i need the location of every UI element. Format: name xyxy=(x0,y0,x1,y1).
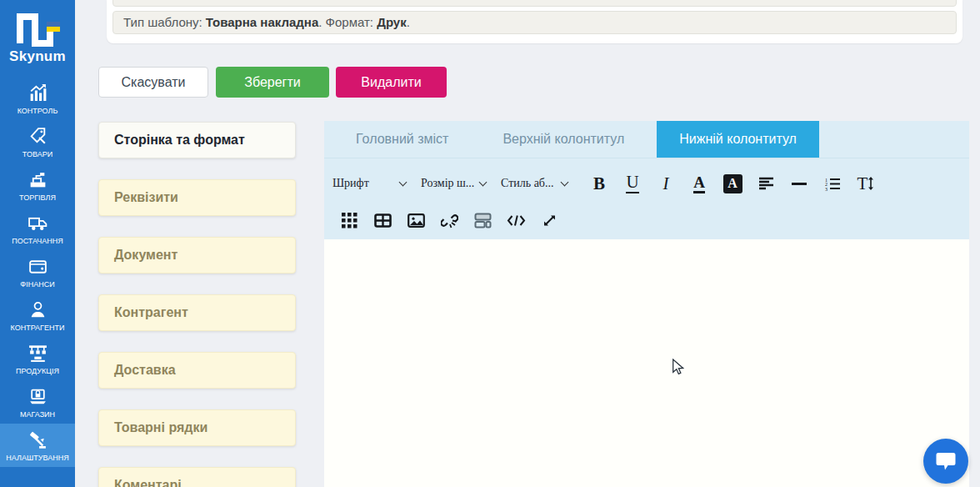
online-shop-icon xyxy=(28,386,48,408)
accordion-item-page-format[interactable]: Сторінка та формат xyxy=(98,122,296,158)
fullscreen-icon xyxy=(542,213,558,228)
sidebar-nav: КОНТРОЛЬ ТОВАРИ ТОРГІВЛЯ ПОСТАЧАННЯ ФІНА xyxy=(0,77,75,467)
sidebar-item-supply[interactable]: ПОСТАЧАННЯ xyxy=(0,207,75,250)
action-buttons: Скасувати Зберегти Видалити xyxy=(98,67,447,98)
sidebar-item-production[interactable]: ПРОДУКЦІЯ xyxy=(0,337,75,380)
production-line-icon xyxy=(28,343,48,364)
sidebar-item-label: КОНТРАГЕНТИ xyxy=(11,324,65,332)
sidebar-item-shop[interactable]: МАГАЗИН xyxy=(0,380,75,424)
footer-content-editor[interactable] xyxy=(324,239,969,487)
editor-tabs: Головний зміст Верхній колонтитул Нижній… xyxy=(324,121,969,158)
align-left-icon xyxy=(758,177,774,191)
sidebar-item-label: ПРОДУКЦІЯ xyxy=(16,367,59,375)
format-label: Формат: xyxy=(326,15,378,29)
template-type-box: Тип шаблону: Товарна накладна. Формат: Д… xyxy=(112,11,957,34)
app-logo[interactable]: Skynum xyxy=(0,0,75,65)
italic-icon: I xyxy=(663,175,669,193)
sidebar-item-label: ПОСТАЧАННЯ xyxy=(12,237,63,245)
accordion-item-delivery[interactable]: Доставка xyxy=(98,352,296,389)
wallet-icon xyxy=(28,256,48,278)
accordion-item-document[interactable]: Документ xyxy=(98,237,296,274)
insert-image-button[interactable] xyxy=(399,206,432,234)
sidebar-item-label: ФІНАНСИ xyxy=(20,280,54,289)
horizontal-rule-icon xyxy=(792,183,807,185)
accordion-item-requisites[interactable]: Реквізити xyxy=(98,179,296,216)
save-button[interactable]: Зберегти xyxy=(216,67,329,98)
italic-button[interactable]: I xyxy=(649,169,682,198)
template-type-value: Товарна накладна xyxy=(206,15,318,29)
sidebar-item-control[interactable]: КОНТРОЛЬ xyxy=(0,77,75,120)
gavel-icon xyxy=(28,429,48,451)
sidebar-item-goods[interactable]: ТОВАРИ xyxy=(0,120,75,163)
underline-icon: U xyxy=(626,173,638,193)
tab-header-section[interactable]: Верхній колонтитул xyxy=(480,121,647,158)
accordion-item-contractor[interactable]: Контрагент xyxy=(98,294,296,331)
paragraph-style-dropdown[interactable]: Стиль аб... xyxy=(501,177,571,190)
font-size-dropdown[interactable]: Розмір ш... xyxy=(421,177,489,190)
tab-main-content[interactable]: Головний зміст xyxy=(333,121,471,158)
chevron-down-icon xyxy=(561,178,569,187)
grid-icon xyxy=(342,213,358,228)
delivery-truck-icon xyxy=(28,213,48,234)
sidebar-item-label: ТОВАРИ xyxy=(22,150,52,158)
sidebar-item-trade[interactable]: ТОРГІВЛЯ xyxy=(0,163,75,207)
cash-register-icon xyxy=(28,169,48,191)
logo-text: Skynum xyxy=(0,48,75,65)
chevron-down-icon xyxy=(479,178,488,187)
sidebar-item-settings[interactable]: НАЛАШТУВАННЯ xyxy=(0,424,75,467)
vertical-arrows-icon xyxy=(868,176,874,191)
align-button[interactable] xyxy=(749,169,782,198)
line-height-icon: T xyxy=(858,175,868,193)
tab-footer-section[interactable]: Нижній колонтитул xyxy=(657,121,819,158)
source-code-button[interactable] xyxy=(499,206,532,234)
chat-widget-button[interactable] xyxy=(923,439,968,484)
toolbar-row-1: Шрифт Розмір ш... Стиль аб... B U I A A … xyxy=(332,165,969,202)
delete-button[interactable]: Видалити xyxy=(336,67,447,98)
format-value: Друк xyxy=(377,15,407,29)
font-color-button[interactable]: A xyxy=(682,169,716,198)
chevron-down-icon xyxy=(399,178,408,187)
template-editor-panel: Головний зміст Верхній колонтитул Нижній… xyxy=(324,121,969,487)
sidebar-item-finance[interactable]: ФІНАНСИ xyxy=(0,250,75,294)
sidebar-item-contractors[interactable]: КОНТРАГЕНТИ xyxy=(0,294,75,337)
sidebar: Skynum КОНТРОЛЬ ТОВАРИ ТОРГІВЛЯ ПОСТАЧА xyxy=(0,0,75,487)
settings-accordion: Сторінка та формат Реквізити Документ Ко… xyxy=(98,122,296,487)
sidebar-item-label: ТОРГІВЛЯ xyxy=(19,193,56,202)
template-type-label: Тип шаблону: xyxy=(123,15,206,29)
ordered-list-button[interactable]: 123 xyxy=(816,169,849,198)
highlight-icon: A xyxy=(723,174,742,193)
insert-table-button[interactable] xyxy=(366,206,399,234)
cancel-button[interactable]: Скасувати xyxy=(98,67,208,98)
unlink-button[interactable] xyxy=(432,206,466,234)
sidebar-item-label: МАГАЗИН xyxy=(20,410,55,419)
template-info-card: Тип шаблону: Товарна накладна. Формат: Д… xyxy=(107,0,962,43)
layout-sections-button[interactable] xyxy=(466,206,499,234)
ordered-list-icon: 123 xyxy=(825,177,841,191)
chat-icon xyxy=(934,450,958,472)
highlight-color-button[interactable]: A xyxy=(716,169,749,198)
insert-grid-button[interactable] xyxy=(332,206,366,234)
font-color-icon: A xyxy=(693,174,705,193)
toolbar-row-2 xyxy=(332,202,969,238)
editor-toolbar: Шрифт Розмір ш... Стиль аб... B U I A A … xyxy=(324,158,969,238)
sidebar-item-label: НАЛАШТУВАННЯ xyxy=(6,454,68,462)
person-icon xyxy=(28,299,48,321)
accordion-item-comments[interactable]: Коментарі xyxy=(98,467,296,487)
underline-button[interactable]: U xyxy=(616,169,649,198)
svg-text:3: 3 xyxy=(825,186,828,191)
template-name-box xyxy=(112,0,957,7)
horizontal-rule-button[interactable] xyxy=(782,169,816,198)
unlink-icon xyxy=(441,213,458,228)
fullscreen-button[interactable] xyxy=(532,206,566,234)
code-icon xyxy=(507,214,526,227)
layout-sections-icon xyxy=(474,213,492,228)
skynum-pulse-icon xyxy=(13,7,62,47)
table-icon xyxy=(374,213,392,228)
bold-button[interactable]: B xyxy=(582,169,616,198)
growth-chart-icon xyxy=(28,83,48,104)
accordion-item-product-rows[interactable]: Товарні рядки xyxy=(98,409,296,446)
bold-icon: B xyxy=(593,175,605,193)
font-family-dropdown[interactable]: Шрифт xyxy=(332,177,409,190)
line-height-button[interactable]: T xyxy=(849,169,882,198)
price-tag-icon xyxy=(28,126,48,148)
